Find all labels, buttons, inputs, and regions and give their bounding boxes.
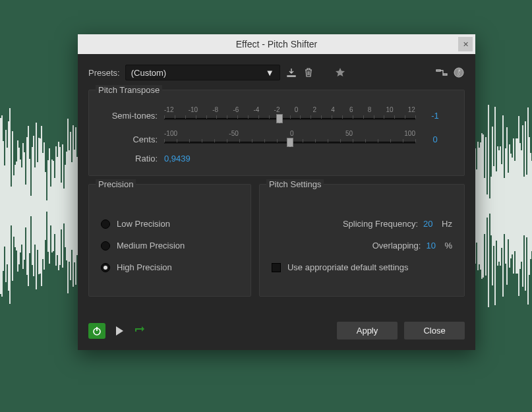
favorite-icon[interactable] bbox=[334, 67, 346, 78]
precision-high-label: High Precision bbox=[117, 262, 172, 272]
overlapping-label: Overlapping: bbox=[272, 241, 426, 250]
precision-medium-label: Medium Precision bbox=[117, 241, 185, 250]
overlapping-unit: % bbox=[444, 241, 452, 250]
semitones-label: Semi-tones: bbox=[98, 111, 164, 121]
semitones-ticks: -12-10-8-6-4-2024681012 bbox=[164, 106, 415, 113]
presets-row: Presets: (Custom) ▼ i bbox=[88, 65, 465, 80]
precision-group: Precision Low Precision Medium Precision… bbox=[88, 184, 251, 297]
semitones-thumb[interactable] bbox=[276, 114, 283, 123]
dialog-content: Presets: (Custom) ▼ i bbox=[78, 54, 475, 315]
presets-label: Presets: bbox=[88, 68, 120, 78]
semitones-slider[interactable]: -12-10-8-6-4-2024681012 bbox=[164, 106, 415, 125]
cents-label: Cents: bbox=[98, 134, 164, 144]
power-button[interactable] bbox=[88, 323, 105, 339]
delete-preset-icon[interactable] bbox=[303, 67, 314, 78]
pitch-settings-group: Pitch Settings Splicing Frequency: 20 Hz… bbox=[259, 184, 465, 297]
overlapping-row: Overlapping: 10 % bbox=[272, 241, 452, 250]
radio-icon bbox=[101, 220, 110, 229]
precision-title: Precision bbox=[96, 179, 136, 189]
semitones-row: Semi-tones: -12-10-8-6-4-2024681012 -1 bbox=[98, 106, 455, 125]
splicing-label: Splicing Frequency: bbox=[272, 219, 423, 229]
semitones-value[interactable]: -1 bbox=[415, 111, 455, 121]
overlapping-value[interactable]: 10 bbox=[426, 241, 444, 250]
pitch-transpose-title: Pitch Transpose bbox=[96, 85, 162, 95]
presets-value: (Custom) bbox=[131, 68, 166, 78]
pitch-transpose-group: Pitch Transpose Semi-tones: -12-10-8-6-4… bbox=[88, 90, 465, 176]
defaults-checkbox[interactable]: Use appropriate default settings bbox=[272, 262, 452, 272]
dialog-footer: Apply Close bbox=[78, 315, 475, 350]
defaults-label: Use appropriate default settings bbox=[287, 262, 409, 272]
cents-thumb[interactable] bbox=[287, 138, 293, 147]
cents-value[interactable]: 0 bbox=[415, 134, 455, 144]
splicing-unit: Hz bbox=[442, 219, 452, 229]
play-button[interactable] bbox=[116, 326, 123, 336]
precision-medium[interactable]: Medium Precision bbox=[101, 241, 239, 250]
pitch-settings-title: Pitch Settings bbox=[266, 179, 324, 189]
slider-minor-ticks bbox=[164, 115, 415, 121]
checkbox-icon bbox=[272, 263, 281, 272]
precision-high[interactable]: High Precision bbox=[101, 262, 239, 272]
close-button[interactable]: Close bbox=[404, 322, 465, 339]
splicing-row: Splicing Frequency: 20 Hz bbox=[272, 219, 452, 229]
routing-icon[interactable] bbox=[436, 67, 448, 78]
ratio-label: Ratio: bbox=[98, 154, 164, 163]
pitch-shifter-dialog: Effect - Pitch Shifter ✕ Presets: (Custo… bbox=[78, 34, 475, 350]
titlebar[interactable]: Effect - Pitch Shifter ✕ bbox=[78, 34, 475, 54]
radio-icon bbox=[101, 263, 110, 272]
titlebar-title: Effect - Pitch Shifter bbox=[236, 39, 317, 49]
precision-low-label: Low Precision bbox=[117, 219, 170, 229]
close-icon[interactable]: ✕ bbox=[458, 37, 473, 51]
ratio-row: Ratio: 0,9439 bbox=[98, 154, 455, 163]
loop-button[interactable] bbox=[134, 325, 146, 337]
radio-icon bbox=[101, 241, 110, 250]
chevron-down-icon: ▼ bbox=[266, 68, 274, 78]
presets-dropdown[interactable]: (Custom) ▼ bbox=[125, 65, 280, 80]
info-icon[interactable]: i bbox=[453, 67, 465, 78]
cents-row: Cents: -100-50050100 0 bbox=[98, 130, 455, 148]
cents-ticks: -100-50050100 bbox=[164, 130, 415, 137]
cents-slider[interactable]: -100-50050100 bbox=[164, 130, 415, 148]
precision-low[interactable]: Low Precision bbox=[101, 219, 239, 229]
splicing-value[interactable]: 20 bbox=[423, 219, 442, 229]
apply-button[interactable]: Apply bbox=[337, 322, 398, 339]
ratio-value[interactable]: 0,9439 bbox=[164, 154, 191, 163]
save-preset-icon[interactable] bbox=[285, 67, 297, 78]
